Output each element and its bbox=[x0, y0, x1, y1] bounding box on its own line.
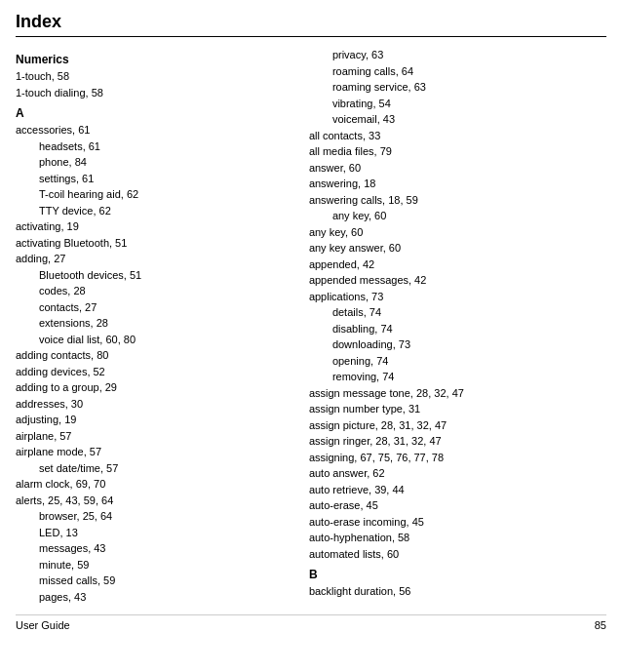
index-entry: privacy, 63 bbox=[332, 47, 606, 63]
index-entry: pages, 43 bbox=[39, 589, 290, 606]
index-entry: alerts, 25, 43, 59, 64 bbox=[16, 493, 290, 509]
index-entry: minute, 59 bbox=[39, 557, 290, 573]
index-entry: activating, 19 bbox=[16, 218, 290, 235]
index-entry: all media files, 79 bbox=[309, 143, 606, 160]
page-footer: User Guide 85 bbox=[16, 614, 606, 631]
section-heading: B bbox=[309, 568, 606, 581]
index-entry: voicemail, 43 bbox=[332, 111, 606, 128]
page-title: Index bbox=[16, 12, 606, 37]
index-entry: adding, 27 bbox=[16, 251, 290, 267]
index-entry: vibrating, 54 bbox=[332, 96, 606, 112]
index-entry: headsets, 61 bbox=[39, 138, 290, 155]
index-entry: voice dial list, 60, 80 bbox=[39, 332, 290, 348]
index-entry: accessories, 61 bbox=[16, 122, 290, 138]
left-column: Numerics1-touch, 581-touch dialing, 58Aa… bbox=[16, 47, 299, 605]
index-entry: roaming calls, 64 bbox=[332, 63, 606, 80]
index-entry: any key, 60 bbox=[309, 224, 606, 241]
index-entry: appended messages, 42 bbox=[309, 272, 606, 289]
index-entry: auto retrieve, 39, 44 bbox=[309, 482, 606, 498]
index-entry: adjusting, 19 bbox=[16, 412, 290, 428]
index-entry: auto-erase incoming, 45 bbox=[309, 514, 606, 531]
index-entry: codes, 28 bbox=[39, 283, 290, 299]
index-entry: activating Bluetooth, 51 bbox=[16, 235, 290, 252]
index-entry: details, 74 bbox=[332, 304, 606, 321]
page-container: Index Numerics1-touch, 581-touch dialing… bbox=[0, 0, 622, 647]
index-entry: adding contacts, 80 bbox=[16, 347, 290, 364]
index-entry: roaming service, 63 bbox=[332, 79, 606, 96]
index-entry: 1-touch dialing, 58 bbox=[16, 85, 290, 101]
index-entry: addresses, 30 bbox=[16, 396, 290, 413]
index-entry: any key answer, 60 bbox=[309, 240, 606, 257]
index-entry: T-coil hearing aid, 62 bbox=[39, 186, 290, 203]
index-entry: disabling, 74 bbox=[332, 321, 606, 337]
index-entry: messages, 43 bbox=[39, 540, 290, 557]
index-entry: any key, 60 bbox=[332, 208, 606, 224]
section-heading: A bbox=[16, 106, 290, 120]
index-entry: auto answer, 62 bbox=[309, 465, 606, 482]
index-entry: airplane mode, 57 bbox=[16, 444, 290, 460]
index-entry: airplane, 57 bbox=[16, 428, 290, 445]
index-entry: removing, 74 bbox=[332, 369, 606, 385]
index-entry: assign picture, 28, 31, 32, 47 bbox=[309, 417, 606, 434]
index-entry: missed calls, 59 bbox=[39, 573, 290, 589]
index-entry: opening, 74 bbox=[332, 353, 606, 370]
index-entry: assign number type, 31 bbox=[309, 401, 606, 417]
index-entry: Bluetooth devices, 51 bbox=[39, 267, 290, 284]
right-column: privacy, 63roaming calls, 64roaming serv… bbox=[299, 47, 606, 605]
index-entry: auto-hyphenation, 58 bbox=[309, 530, 606, 546]
index-entry: all contacts, 33 bbox=[309, 128, 606, 144]
section-heading: Numerics bbox=[16, 53, 290, 66]
index-entry: assign ringer, 28, 31, 32, 47 bbox=[309, 433, 606, 450]
index-entry: downloading, 73 bbox=[332, 336, 606, 353]
index-entry: settings, 61 bbox=[39, 171, 290, 187]
index-entry: applications, 73 bbox=[309, 289, 606, 305]
index-entry: answer, 60 bbox=[309, 160, 606, 177]
index-entry: phone, 84 bbox=[39, 154, 290, 171]
index-entry: TTY device, 62 bbox=[39, 203, 290, 219]
index-entry: appended, 42 bbox=[309, 257, 606, 273]
index-content: Numerics1-touch, 581-touch dialing, 58Aa… bbox=[16, 47, 606, 605]
index-entry: auto-erase, 45 bbox=[309, 497, 606, 514]
index-entry: adding devices, 52 bbox=[16, 364, 290, 380]
index-entry: assign message tone, 28, 32, 47 bbox=[309, 385, 606, 402]
footer-right: 85 bbox=[595, 619, 606, 631]
index-entry: browser, 25, 64 bbox=[39, 508, 290, 525]
footer-left: User Guide bbox=[16, 619, 70, 631]
index-entry: answering, 18 bbox=[309, 176, 606, 192]
index-entry: backlight duration, 56 bbox=[309, 583, 606, 600]
index-entry: assigning, 67, 75, 76, 77, 78 bbox=[309, 450, 606, 466]
index-entry: extensions, 28 bbox=[39, 315, 290, 332]
index-entry: LED, 13 bbox=[39, 525, 290, 541]
index-entry: set date/time, 57 bbox=[39, 460, 290, 477]
index-entry: answering calls, 18, 59 bbox=[309, 192, 606, 209]
index-entry: automated lists, 60 bbox=[309, 546, 606, 563]
index-entry: contacts, 27 bbox=[39, 299, 290, 316]
index-entry: adding to a group, 29 bbox=[16, 379, 290, 396]
index-entry: 1-touch, 58 bbox=[16, 68, 290, 85]
index-entry: alarm clock, 69, 70 bbox=[16, 476, 290, 493]
